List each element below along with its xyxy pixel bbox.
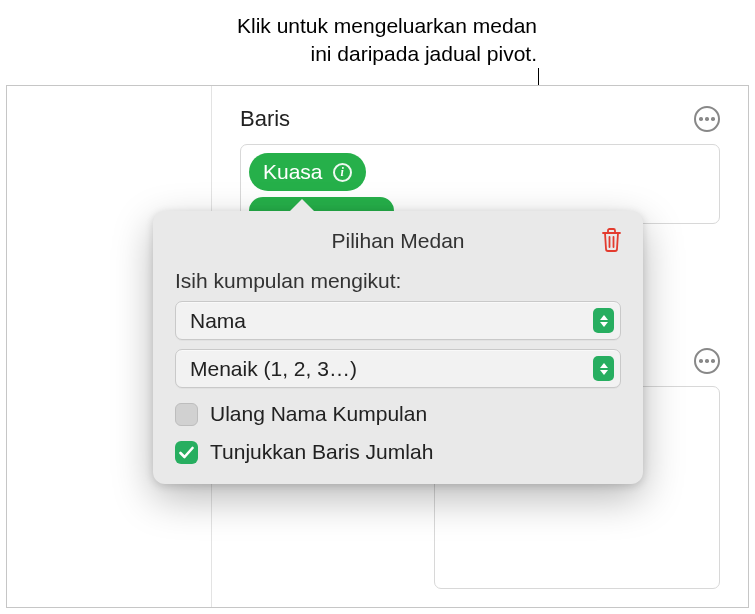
sort-groups-label: Isih kumpulan mengikut:	[175, 269, 621, 293]
field-pill-kuasa[interactable]: Kuasa i	[249, 153, 366, 191]
more-options-button-2[interactable]	[694, 348, 720, 374]
field-pill-partial	[249, 197, 394, 211]
show-totals-checkbox[interactable]	[175, 441, 198, 464]
trash-icon	[600, 227, 623, 253]
info-icon[interactable]: i	[333, 163, 352, 182]
repeat-group-names-label: Ulang Nama Kumpulan	[210, 402, 427, 426]
field-options-popover: Pilihan Medan Isih kumpulan mengikut: Na…	[153, 211, 643, 484]
popover-title: Pilihan Medan	[331, 229, 464, 253]
show-totals-checkbox-row[interactable]: Tunjukkan Baris Jumlah	[175, 440, 621, 464]
repeat-group-names-checkbox[interactable]	[175, 403, 198, 426]
callout-line1: Klik untuk mengeluarkan medan	[237, 12, 537, 40]
sort-by-select[interactable]: Nama	[175, 301, 621, 340]
check-icon	[179, 446, 194, 459]
field-pill-label: Kuasa	[263, 160, 323, 184]
show-totals-label: Tunjukkan Baris Jumlah	[210, 440, 433, 464]
more-options-button[interactable]	[694, 106, 720, 132]
popover-header: Pilihan Medan	[175, 229, 621, 253]
rows-section-header: Baris	[240, 106, 720, 132]
rows-section-title: Baris	[240, 106, 290, 132]
callout-text: Klik untuk mengeluarkan medan ini daripa…	[237, 12, 537, 69]
second-section-more	[694, 348, 720, 374]
sort-order-select[interactable]: Menaik (1, 2, 3…)	[175, 349, 621, 388]
callout-line2: ini daripada jadual pivot.	[237, 40, 537, 68]
stepper-icon	[593, 308, 614, 333]
stepper-icon	[593, 356, 614, 381]
sort-by-value: Nama	[190, 309, 593, 333]
delete-field-button[interactable]	[600, 227, 623, 257]
repeat-group-names-checkbox-row[interactable]: Ulang Nama Kumpulan	[175, 402, 621, 426]
sort-order-value: Menaik (1, 2, 3…)	[190, 357, 593, 381]
